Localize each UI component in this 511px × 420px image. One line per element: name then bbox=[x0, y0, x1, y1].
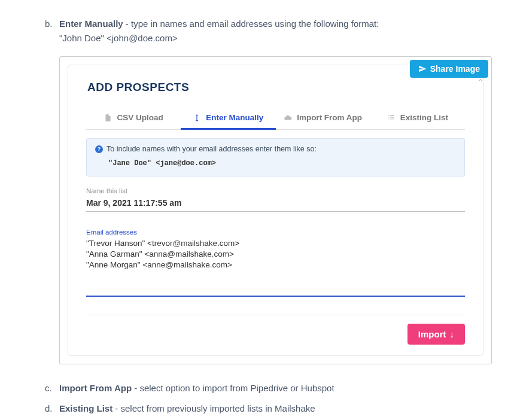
item-b-desc: - type in names and email addresses usin… bbox=[123, 19, 379, 29]
divider bbox=[86, 315, 465, 315]
screenshot-container: Share Image ADD PROSPECTS CSV Upload Ent… bbox=[59, 56, 492, 364]
list-name-field: Name this list bbox=[86, 187, 465, 212]
cloud-icon bbox=[284, 114, 292, 122]
arrow-down-icon: ↓ bbox=[450, 329, 455, 339]
paper-plane-icon bbox=[418, 65, 427, 73]
share-image-button[interactable]: Share Image bbox=[410, 60, 488, 78]
tab-manual-label: Enter Manually bbox=[206, 113, 263, 122]
text-cursor-icon bbox=[193, 114, 201, 122]
list-name-input[interactable] bbox=[86, 196, 465, 212]
card-actions: Import ↓ bbox=[86, 324, 465, 345]
tabs: CSV Upload Enter Manually Import From Ap… bbox=[86, 106, 465, 130]
item-c-marker: c. bbox=[45, 381, 59, 395]
item-d-title: Existing List bbox=[59, 403, 112, 413]
card-title: ADD PROSPECTS bbox=[87, 81, 465, 94]
item-d-desc: - select from previously imported lists … bbox=[112, 403, 315, 413]
emails-textarea[interactable] bbox=[86, 237, 465, 297]
list-name-label: Name this list bbox=[86, 187, 465, 194]
tab-csv-label: CSV Upload bbox=[117, 113, 163, 122]
import-button-label: Import bbox=[418, 329, 446, 339]
doc-item-b: b.Enter Manually - type in names and ema… bbox=[45, 17, 492, 45]
item-b-marker: b. bbox=[45, 17, 59, 31]
item-c-desc: - select option to import from Pipedrive… bbox=[132, 383, 334, 393]
tab-existing-list[interactable]: Existing List bbox=[370, 106, 465, 129]
doc-item-c: c.Import From App - select option to imp… bbox=[45, 381, 492, 395]
import-button[interactable]: Import ↓ bbox=[407, 324, 465, 345]
hint-example: "Jane Doe" <jane@doe.com> bbox=[108, 159, 456, 168]
item-c-title: Import From App bbox=[59, 383, 132, 393]
hint-box: ? To include names with your email addre… bbox=[86, 138, 465, 176]
hint-text: To include names with your email address… bbox=[107, 145, 317, 153]
tab-csv-upload[interactable]: CSV Upload bbox=[86, 106, 181, 129]
item-d-marker: d. bbox=[45, 401, 59, 416]
item-b-title: Enter Manually bbox=[59, 19, 123, 29]
emails-field: Email addresses bbox=[86, 229, 465, 299]
doc-item-d: d.Existing List - select from previously… bbox=[45, 401, 492, 416]
add-prospects-card: ADD PROSPECTS CSV Upload Enter Manually bbox=[68, 65, 483, 356]
tab-import-from-app[interactable]: Import From App bbox=[276, 106, 370, 129]
list-icon bbox=[387, 114, 396, 122]
info-icon: ? bbox=[95, 145, 103, 153]
share-image-label: Share Image bbox=[430, 64, 480, 74]
item-b-example: "John Doe" <john@doe.com> bbox=[45, 31, 492, 45]
file-icon bbox=[104, 114, 112, 122]
tab-existing-label: Existing List bbox=[400, 113, 448, 122]
tab-app-label: Import From App bbox=[297, 113, 362, 122]
emails-label: Email addresses bbox=[86, 229, 465, 236]
tab-enter-manually[interactable]: Enter Manually bbox=[181, 106, 275, 129]
